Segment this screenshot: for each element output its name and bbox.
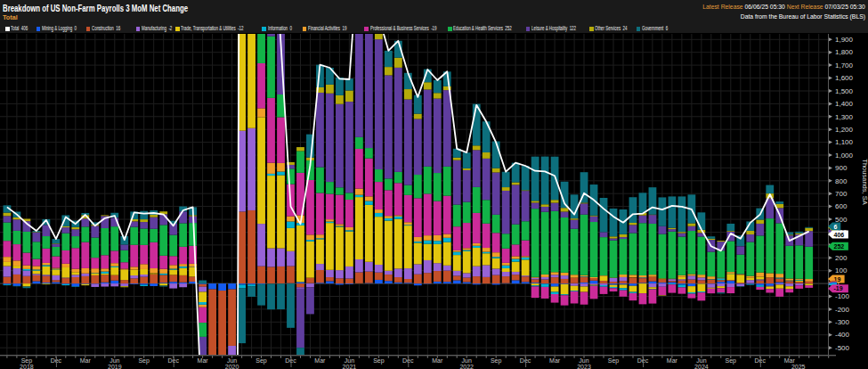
svg-text:Jun: Jun	[345, 357, 354, 364]
svg-text:6: 6	[834, 224, 838, 230]
svg-text:Jun: Jun	[227, 357, 237, 364]
svg-text:2024: 2024	[694, 364, 709, 369]
svg-text:-400: -400	[835, 331, 850, 339]
svg-text:1,300: 1,300	[835, 113, 854, 121]
svg-text:1,600: 1,600	[835, 74, 854, 82]
svg-text:2019: 2019	[108, 364, 122, 369]
svg-text:406: 406	[834, 232, 845, 238]
svg-text:Sep: Sep	[256, 357, 267, 365]
svg-text:1,000: 1,000	[835, 152, 854, 160]
svg-text:100: 100	[835, 266, 848, 275]
svg-text:Mar: Mar	[80, 357, 92, 364]
svg-text:600: 600	[835, 202, 848, 210]
svg-text:Mar: Mar	[549, 357, 561, 364]
svg-text:1,500: 1,500	[835, 87, 854, 95]
svg-text:800: 800	[835, 177, 848, 185]
svg-text:Sep: Sep	[726, 357, 737, 365]
svg-text:2021: 2021	[343, 364, 357, 369]
svg-text:700: 700	[835, 190, 848, 198]
svg-text:2022: 2022	[459, 364, 474, 369]
svg-text:Thousands, SA: Thousands, SA	[861, 159, 868, 204]
svg-text:Mar: Mar	[784, 357, 796, 364]
svg-text:Sep: Sep	[491, 357, 502, 365]
svg-text:Mar: Mar	[432, 357, 443, 364]
svg-text:Jun: Jun	[579, 357, 588, 364]
svg-text:500: 500	[835, 216, 848, 224]
svg-text:-200: -200	[835, 306, 850, 314]
svg-text:Mar: Mar	[667, 357, 678, 364]
svg-text:1,800: 1,800	[835, 48, 854, 56]
svg-text:2020: 2020	[225, 364, 239, 369]
svg-text:Sep: Sep	[373, 357, 385, 365]
svg-text:252: 252	[834, 243, 845, 250]
svg-text:Mar: Mar	[198, 357, 209, 364]
svg-text:Jun: Jun	[110, 357, 119, 364]
svg-text:-100: -100	[835, 292, 850, 300]
svg-text:1,200: 1,200	[835, 126, 854, 134]
svg-text:2025: 2025	[791, 364, 806, 369]
svg-text:-300: -300	[835, 318, 850, 326]
svg-text:1,400: 1,400	[835, 100, 854, 108]
svg-text:Sep: Sep	[608, 357, 620, 365]
svg-text:900: 900	[835, 164, 848, 172]
svg-text:Sep: Sep	[138, 357, 150, 365]
svg-text:1,900: 1,900	[835, 36, 854, 44]
svg-text:Jun: Jun	[696, 357, 706, 364]
svg-text:-19: -19	[834, 285, 843, 291]
svg-text:-500: -500	[835, 344, 850, 352]
svg-text:2023: 2023	[577, 364, 591, 369]
svg-text:2018: 2018	[20, 364, 34, 369]
svg-text:Jun: Jun	[462, 357, 472, 364]
svg-text:1,700: 1,700	[835, 62, 854, 70]
svg-text:Mar: Mar	[314, 357, 326, 364]
svg-text:200: 200	[835, 254, 848, 262]
svg-text:1,100: 1,100	[835, 138, 854, 146]
